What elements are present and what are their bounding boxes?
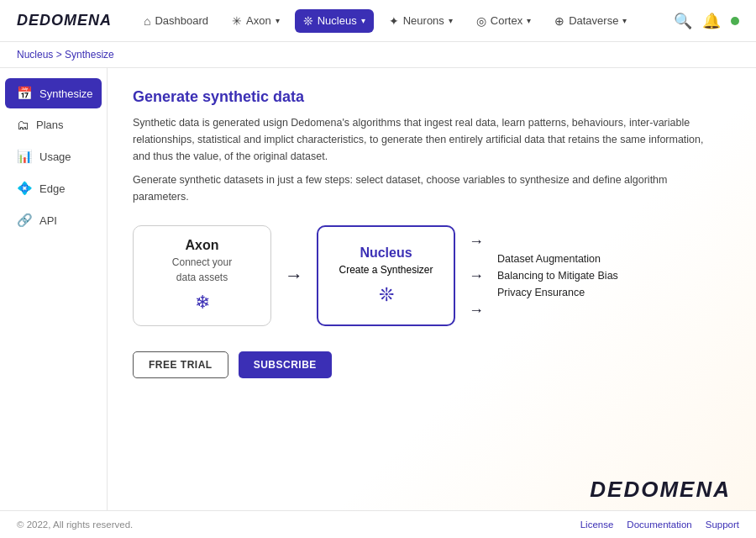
nucleus-icon: ❊: [303, 14, 313, 28]
breadcrumb: Nucleus > Synthesize: [0, 42, 756, 68]
status-indicator: [731, 17, 739, 25]
footer-link-support[interactable]: Support: [706, 520, 739, 530]
bell-icon[interactable]: 🔔: [702, 12, 721, 30]
subscribe-button[interactable]: SUBSCRIBE: [239, 351, 332, 378]
dashboard-icon: ⌂: [144, 14, 150, 28]
output-label-1: Dataset Augmentation: [497, 253, 601, 265]
output-labels: Dataset Augmentation Balancing to Mitiga…: [497, 253, 618, 298]
nav-dataverse[interactable]: ⊕ Dataverse ▾: [546, 9, 635, 33]
nav-neurons-label: Neurons: [403, 14, 444, 27]
axon-box-sub1: Connect your: [172, 256, 232, 268]
main-content: Generate synthetic data Synthetic data i…: [108, 68, 756, 536]
free-trial-button[interactable]: FREE TRIAL: [133, 351, 228, 378]
sidebar-item-usage[interactable]: 📊 Usage: [5, 141, 102, 171]
edge-icon: 💠: [17, 181, 33, 196]
sidebar-item-api[interactable]: 🔗 API: [5, 205, 102, 235]
output-label-2: Balancing to Mitigate Bias: [497, 270, 618, 282]
footer-link-license[interactable]: License: [580, 520, 614, 530]
sidebar-item-plans[interactable]: 🗂 Plans: [5, 110, 102, 140]
nav-cortex[interactable]: ◎ Cortex ▾: [468, 9, 539, 33]
neurons-chevron-icon: ▾: [449, 16, 453, 25]
dataverse-chevron-icon: ▾: [622, 16, 627, 25]
sidebar-item-usage-label: Usage: [39, 150, 71, 163]
nucleus-chevron-icon: ▾: [361, 16, 365, 25]
cortex-chevron-icon: ▾: [527, 16, 531, 25]
dataverse-icon: ⊕: [554, 14, 564, 28]
synthesize-diagram: Axon Connect your data assets ❄ → Nucleu…: [133, 225, 731, 326]
cortex-icon: ◎: [476, 14, 486, 28]
nav-dashboard-label: Dashboard: [155, 14, 208, 27]
main-layout: 📅 Synthesize 🗂 Plans 📊 Usage 💠 Edge 🔗 AP…: [0, 68, 756, 536]
nav-dataverse-label: Dataverse: [569, 14, 618, 27]
output-row-2: Balancing to Mitigate Bias: [497, 270, 618, 282]
footer: © 2022, All rights reserved. License Doc…: [0, 510, 756, 538]
axon-box-sub2: data assets: [176, 272, 228, 283]
api-icon: 🔗: [17, 213, 33, 228]
sidebar-item-edge-label: Edge: [39, 182, 65, 195]
nav-axon-label: Axon: [246, 14, 271, 27]
axon-chevron-icon: ▾: [276, 16, 280, 25]
plans-icon: 🗂: [17, 118, 29, 132]
search-icon[interactable]: 🔍: [674, 12, 692, 30]
axon-snowflake-icon: ❄: [195, 292, 210, 314]
usage-icon: 📊: [17, 149, 33, 164]
sidebar-item-plans-label: Plans: [36, 119, 64, 131]
axon-box-title: Axon: [186, 238, 219, 253]
sidebar: 📅 Synthesize 🗂 Plans 📊 Usage 💠 Edge 🔗 AP…: [0, 68, 108, 536]
breadcrumb-parent[interactable]: Nucleus: [17, 49, 53, 61]
nav-dashboard[interactable]: ⌂ Dashboard: [135, 9, 217, 33]
breadcrumb-separator: >: [56, 49, 65, 61]
topnav-icons: 🔍 🔔: [674, 12, 739, 30]
axon-diagram-box: Axon Connect your data assets ❄: [133, 225, 271, 326]
description-1: Synthetic data is generated usign Dedome…: [133, 114, 721, 165]
bottom-logo: DEDOMENA: [590, 477, 731, 503]
sidebar-item-api-label: API: [39, 214, 57, 227]
footer-links: License Documentation Support: [580, 520, 739, 530]
nav-nucleus[interactable]: ❊ Nucleus ▾: [295, 9, 374, 33]
axon-icon: ✳: [232, 14, 242, 28]
split-arrow-top: →: [469, 233, 484, 251]
footer-copyright: © 2022, All rights reserved.: [17, 520, 133, 530]
output-row-3: Privacy Ensurance: [497, 287, 618, 298]
nav-nucleus-label: Nucleus: [318, 14, 357, 27]
axon-to-nucleus-arrow: →: [285, 265, 303, 287]
nucleus-box-sub: Create a Synthesizer: [339, 264, 433, 276]
nav-cortex-label: Cortex: [491, 14, 522, 27]
top-navigation: DEDOMENA ⌂ Dashboard ✳ Axon ▾ ❊ Nucleus …: [0, 0, 756, 42]
nucleus-snowflake-icon: ❊: [379, 284, 394, 306]
nucleus-diagram-box[interactable]: Nucleus Create a Synthesizer ❊: [317, 225, 455, 326]
sidebar-item-synthesize[interactable]: 📅 Synthesize: [5, 78, 102, 108]
output-label-3: Privacy Ensurance: [497, 287, 585, 298]
action-buttons: FREE TRIAL SUBSCRIBE: [133, 351, 731, 378]
sidebar-item-synthesize-label: Synthesize: [39, 87, 93, 100]
breadcrumb-current: Synthesize: [65, 49, 114, 61]
synthesize-icon: 📅: [17, 86, 33, 101]
nav-axon[interactable]: ✳ Axon ▾: [223, 9, 288, 33]
page-title: Generate synthetic data: [133, 88, 731, 106]
nav-neurons[interactable]: ✦ Neurons ▾: [381, 9, 461, 33]
description-2: Generate synthetic datasets in just a fe…: [133, 171, 721, 205]
nucleus-outputs-arrows: → → →: [469, 233, 484, 319]
nucleus-box-title: Nucleus: [360, 245, 412, 261]
output-row-1: Dataset Augmentation: [497, 253, 618, 265]
sidebar-item-edge[interactable]: 💠 Edge: [5, 173, 102, 203]
footer-link-documentation[interactable]: Documentation: [627, 520, 691, 530]
app-logo: DEDOMENA: [17, 12, 112, 29]
neurons-icon: ✦: [389, 14, 399, 28]
split-arrow-bot: →: [469, 302, 484, 319]
split-arrow-mid: →: [469, 267, 484, 285]
